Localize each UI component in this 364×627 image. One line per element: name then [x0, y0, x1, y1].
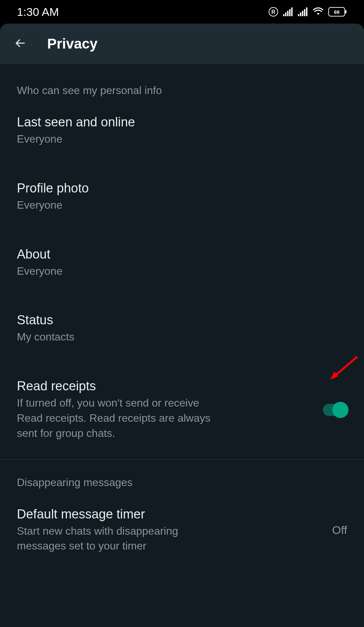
back-button[interactable] — [13, 36, 27, 51]
svg-marker-16 — [330, 371, 338, 380]
section-header-personal-info: Who can see my personal info — [0, 84, 364, 107]
toggle-thumb — [332, 402, 348, 418]
setting-profile-photo[interactable]: Profile photo Everyone — [0, 173, 364, 221]
setting-subtitle: My contacts — [17, 329, 347, 345]
setting-about[interactable]: About Everyone — [0, 239, 364, 287]
read-receipts-toggle[interactable] — [323, 404, 347, 416]
setting-title: About — [17, 247, 347, 262]
setting-read-receipts[interactable]: Read receipts If turned off, you won't s… — [0, 371, 364, 449]
svg-rect-9 — [302, 11, 303, 16]
svg-rect-8 — [300, 12, 301, 16]
svg-rect-5 — [289, 9, 291, 16]
wifi-icon — [313, 7, 324, 16]
svg-rect-2 — [283, 14, 284, 16]
setting-status[interactable]: Status My contacts — [0, 305, 364, 353]
app-header: Privacy — [0, 24, 364, 64]
svg-text:69: 69 — [334, 9, 340, 15]
status-icons-group: R — [268, 7, 347, 17]
setting-title: Last seen and online — [17, 115, 347, 129]
settings-content: Who can see my personal info Last seen a… — [0, 64, 364, 627]
svg-text:R: R — [271, 9, 275, 15]
svg-rect-13 — [345, 10, 346, 13]
signal-icon-2 — [298, 7, 308, 16]
registered-icon: R — [268, 7, 278, 17]
setting-title: Profile photo — [17, 181, 347, 196]
setting-title: Read receipts — [17, 379, 212, 393]
section-header-disappearing: Disappearing messages — [0, 476, 364, 499]
svg-rect-7 — [298, 14, 299, 16]
setting-subtitle: Everyone — [17, 264, 347, 279]
setting-subtitle: Start new chats with disappearing messag… — [17, 524, 212, 554]
setting-title: Default message timer — [17, 507, 212, 521]
svg-rect-11 — [306, 7, 307, 16]
status-time: 1:30 AM — [17, 5, 59, 19]
battery-icon: 69 — [328, 7, 347, 17]
setting-last-seen[interactable]: Last seen and online Everyone — [0, 107, 364, 155]
page-title: Privacy — [47, 36, 97, 52]
setting-subtitle: Everyone — [17, 131, 347, 147]
svg-rect-6 — [291, 7, 293, 16]
svg-rect-3 — [285, 12, 286, 16]
setting-title: Status — [17, 313, 347, 327]
section-divider — [0, 459, 364, 459]
setting-default-timer[interactable]: Default message timer Start new chats wi… — [0, 499, 364, 562]
app-window: Privacy Who can see my personal info Las… — [0, 24, 364, 627]
svg-rect-10 — [304, 9, 305, 16]
signal-icon-1 — [283, 7, 293, 16]
svg-rect-4 — [287, 11, 289, 16]
setting-value: Off — [332, 524, 347, 537]
setting-subtitle: Everyone — [17, 198, 347, 213]
setting-subtitle: If turned off, you won't send or receive… — [17, 395, 212, 441]
status-bar: 1:30 AM R — [0, 0, 364, 24]
